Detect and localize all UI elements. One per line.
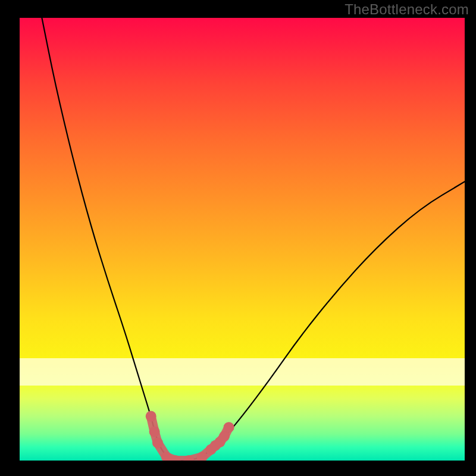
marker-dot [206,444,217,455]
plot-area [20,18,465,461]
marker-dot [170,455,181,461]
marker-dot [149,427,160,437]
marker-dot [183,455,194,461]
marker-dot [161,452,172,461]
watermark-text: TheBottleneck.com [345,1,469,18]
marker-connector [151,416,229,461]
curve-layer [20,18,465,461]
marker-dot [146,411,156,422]
marker-dot [215,437,226,447]
chart-frame: TheBottleneck.com [0,0,476,476]
bottleneck-curve [42,18,465,461]
marker-dot [219,431,230,441]
marker-dot [224,422,234,433]
marker-dot [197,452,208,461]
marker-group [146,411,234,461]
marker-dot [152,437,163,448]
marker-dot [210,440,221,451]
highlight-band [20,358,465,386]
